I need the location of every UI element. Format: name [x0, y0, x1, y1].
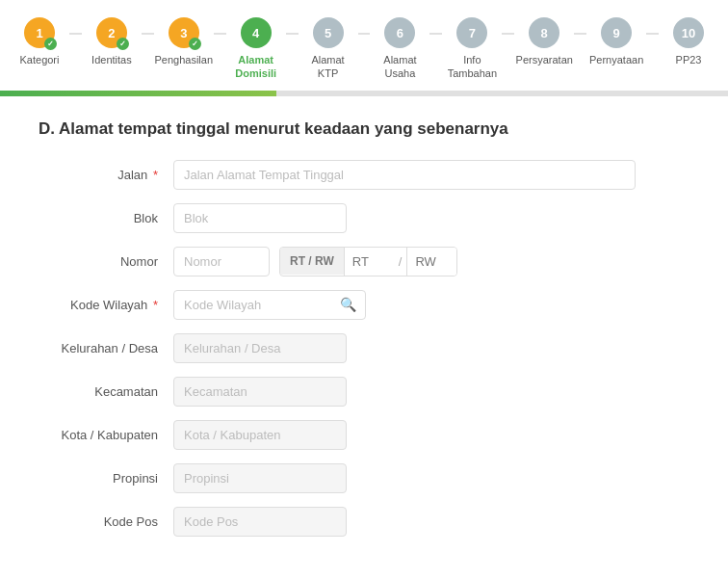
- input-rt[interactable]: [344, 248, 394, 276]
- step-label-9: Pernyataan: [589, 53, 643, 66]
- step-label-4: AlamatDomisili: [235, 53, 276, 81]
- kode-wilayah-wrap: 🔍: [173, 290, 366, 320]
- form-group-jalan: Jalan *: [39, 160, 689, 190]
- connector-1: [69, 33, 82, 35]
- step-7[interactable]: 7 InfoTambahan: [442, 17, 502, 81]
- form-group-blok: Blok: [39, 203, 689, 233]
- form-group-propinsi: Propinsi: [39, 463, 689, 493]
- input-kota: [173, 420, 347, 450]
- main-content: D. Alamat tempat tinggal menurut keadaan…: [0, 96, 728, 569]
- step-label-6: AlamatUsaha: [383, 53, 416, 81]
- label-kecamatan: Kecamatan: [39, 384, 173, 399]
- form-group-kelurahan: Kelurahan / Desa: [39, 333, 689, 363]
- connector-8: [574, 33, 586, 35]
- step-label-2: Identitas: [91, 53, 132, 66]
- rt-rw-label: RT / RW: [280, 248, 344, 275]
- step-label-3: Penghasilan: [155, 53, 214, 66]
- step-1[interactable]: 1 ✓ Kategori: [10, 17, 69, 66]
- rt-rw-wrap: RT / RW /: [279, 247, 457, 276]
- connector-2: [142, 33, 154, 35]
- step-label-8: Persyaratan: [516, 53, 573, 66]
- label-jalan: Jalan *: [39, 168, 173, 182]
- search-icon[interactable]: 🔍: [340, 297, 356, 312]
- input-rw[interactable]: [406, 248, 456, 276]
- step-circle-2: 2 ✓: [96, 17, 127, 48]
- step-circle-6: 6: [384, 17, 415, 48]
- input-kode-wilayah[interactable]: [173, 290, 366, 320]
- form-group-kode-wilayah: Kode Wilayah * 🔍: [39, 290, 689, 320]
- step-circle-5: 5: [313, 17, 344, 48]
- connector-9: [646, 33, 659, 35]
- step-8[interactable]: 8 Persyaratan: [514, 17, 574, 66]
- step-4[interactable]: 4 AlamatDomisili: [226, 17, 286, 81]
- page-wrapper: 1 ✓ Kategori 2 ✓ Identitas 3 ✓ Penghasil…: [0, 0, 728, 579]
- input-kode-pos: [173, 507, 347, 537]
- input-blok[interactable]: [173, 203, 347, 233]
- connector-4: [286, 33, 299, 35]
- step-circle-1: 1 ✓: [24, 17, 55, 48]
- step-label-1: Kategori: [20, 53, 60, 66]
- step-5[interactable]: 5 AlamatKTP: [299, 17, 358, 81]
- step-2[interactable]: 2 ✓ Identitas: [82, 17, 142, 66]
- step-9[interactable]: 9 Pernyataan: [586, 17, 646, 66]
- label-kode-pos: Kode Pos: [39, 514, 173, 529]
- connector-5: [358, 33, 371, 35]
- step-3[interactable]: 3 ✓ Penghasilan: [154, 17, 214, 66]
- step-label-10: PP23: [676, 53, 702, 66]
- label-kelurahan: Kelurahan / Desa: [39, 341, 173, 355]
- step-check-2: ✓: [117, 38, 129, 50]
- step-circle-10: 10: [673, 17, 704, 48]
- step-circle-4: 4: [241, 17, 272, 48]
- input-kelurahan: [173, 333, 347, 363]
- connector-7: [502, 33, 514, 35]
- stepper: 1 ✓ Kategori 2 ✓ Identitas 3 ✓ Penghasil…: [0, 0, 728, 91]
- form-group-kode-pos: Kode Pos: [39, 507, 689, 537]
- step-circle-7: 7: [456, 17, 487, 48]
- step-circle-3: 3 ✓: [169, 17, 199, 48]
- rt-rw-separator: /: [394, 248, 407, 276]
- label-kota: Kota / Kabupaten: [39, 428, 173, 442]
- connector-3: [214, 33, 226, 35]
- label-nomor: Nomor: [39, 254, 173, 269]
- form-group-kota: Kota / Kabupaten: [39, 420, 689, 450]
- step-circle-9: 9: [601, 17, 632, 48]
- step-label-7: InfoTambahan: [448, 53, 497, 81]
- input-propinsi: [173, 463, 347, 493]
- step-check-3: ✓: [189, 38, 201, 50]
- nomor-row: RT / RW /: [173, 247, 457, 276]
- label-kode-wilayah: Kode Wilayah *: [39, 298, 173, 312]
- form-group-nomor: Nomor RT / RW /: [39, 247, 689, 276]
- label-blok: Blok: [39, 211, 173, 225]
- section-title: D. Alamat tempat tinggal menurut keadaan…: [39, 119, 689, 139]
- form-group-kecamatan: Kecamatan: [39, 377, 689, 407]
- input-kecamatan: [173, 377, 347, 407]
- step-check-1: ✓: [44, 38, 57, 50]
- label-propinsi: Propinsi: [39, 471, 173, 486]
- footer-buttons: ← Prev Next →: [0, 569, 728, 579]
- input-nomor[interactable]: [173, 247, 270, 276]
- step-circle-8: 8: [529, 17, 559, 48]
- step-10[interactable]: 10 PP23: [659, 17, 718, 66]
- input-jalan[interactable]: [173, 160, 636, 190]
- step-6[interactable]: 6 AlamatUsaha: [370, 17, 429, 81]
- connector-6: [429, 33, 442, 35]
- step-label-5: AlamatKTP: [311, 53, 344, 81]
